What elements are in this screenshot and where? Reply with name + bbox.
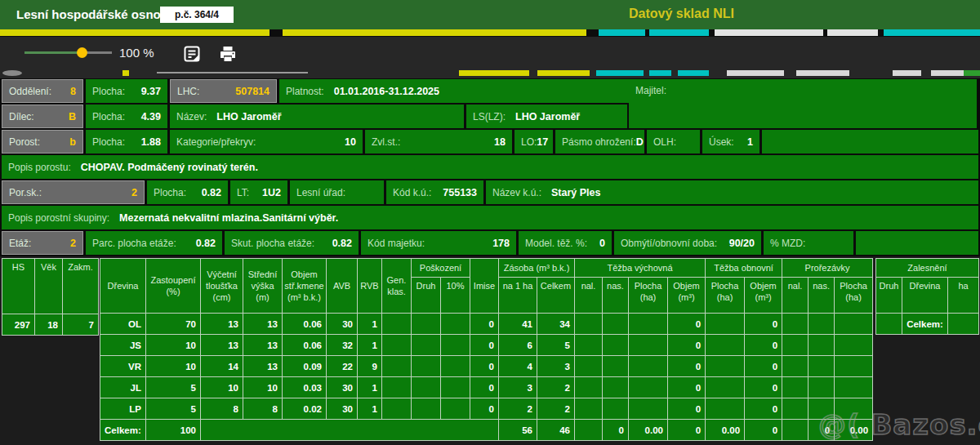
field-etaz: Etáž:2 xyxy=(2,231,83,255)
table-cell: 46 xyxy=(537,420,575,441)
strip-segment xyxy=(827,29,878,36)
table-cell xyxy=(876,314,902,335)
field-obmyti: Obmýtí/obnovní doba:90/20 xyxy=(614,231,761,255)
table-total-row: Celkem:100564600.0000.00000.00 xyxy=(100,420,873,441)
stand-details-form: Oddělení:8Plocha:9.37LHC:507814Platnost:… xyxy=(0,78,980,256)
table-cell: 0.06 xyxy=(283,314,327,335)
field-plocha-porsk: Plocha:0.82 xyxy=(147,180,228,204)
table-cell xyxy=(808,314,835,335)
field-value: 2 xyxy=(70,238,76,249)
field-value: b xyxy=(69,136,76,148)
field-label: Pásmo ohrožení: xyxy=(562,136,636,148)
strip-segment xyxy=(678,70,709,76)
field-label: Plocha: xyxy=(154,187,186,198)
table-cell xyxy=(808,335,835,356)
field-value: CHOPAV. Podmáčený rovinatý terén. xyxy=(81,162,258,173)
table-header-row: DřevinaZastoupení (%)Výčetní tloušťka (c… xyxy=(100,259,873,278)
table-cell xyxy=(603,377,629,398)
field-oddeleni: Oddělení:8 xyxy=(2,79,83,103)
notes-button[interactable] xyxy=(180,43,204,66)
field-value: 0.82 xyxy=(332,238,352,249)
summary-table: HSVěkZakm.297187 xyxy=(2,258,99,336)
strip-segment xyxy=(649,29,709,36)
parcel-number-badge: p.č. 364/4 xyxy=(160,7,234,23)
column-subheader: Celkem xyxy=(537,278,575,314)
field-plocha-oddeleni: Plocha:9.37 xyxy=(86,79,167,103)
group-header: Zalesnění xyxy=(876,259,979,278)
print-button[interactable] xyxy=(216,43,240,66)
strip-segment xyxy=(796,70,849,76)
strip-segment xyxy=(122,70,129,76)
field-value: 10 xyxy=(345,136,356,148)
column-subheader: nal. xyxy=(782,278,808,314)
field-label: Parc. plocha etáže: xyxy=(92,238,176,249)
field-label: Dílec: xyxy=(9,111,34,122)
field-value: 1.88 xyxy=(141,136,161,148)
toolbar: 100 % xyxy=(0,37,980,78)
table-cell xyxy=(808,356,835,377)
field-value: B xyxy=(69,111,76,122)
table-cell xyxy=(575,398,603,420)
field-value: 2 xyxy=(131,187,137,198)
table-cell: 2 xyxy=(499,398,537,420)
field-lt: LT:1U2 xyxy=(230,180,287,204)
field-label: Plocha: xyxy=(92,111,125,122)
field-value: 178 xyxy=(492,238,510,249)
slider-thumb[interactable] xyxy=(77,47,87,58)
table-cell: 3 xyxy=(537,356,575,377)
table-cell: 10 xyxy=(146,356,201,377)
table-cell xyxy=(603,335,629,356)
table-cell: 0 xyxy=(470,398,499,420)
table-cell: 0 xyxy=(745,356,782,377)
table-cell: JS xyxy=(100,335,146,356)
column-header: Objem stř.kmene (m³ b.k.) xyxy=(283,259,327,314)
table-cell: 30 xyxy=(327,377,358,398)
table-cell: 18 xyxy=(35,314,63,336)
column-header: Druh xyxy=(876,278,902,314)
table-cell: 6 xyxy=(499,335,537,356)
field-label: LO: xyxy=(521,136,537,148)
watermark: @( Bazos.cz xyxy=(818,408,980,441)
table-cell: 0 xyxy=(470,314,499,335)
table-cell: 0.09 xyxy=(283,356,327,377)
table-cell: 0 xyxy=(470,356,499,377)
table-cell xyxy=(603,356,629,377)
field-filler-r7 xyxy=(856,231,978,255)
table-cell: 5 xyxy=(146,398,201,420)
column-subheader: na 1 ha xyxy=(499,278,537,314)
table-cell: 41 xyxy=(499,314,537,335)
table-row: VR1014130.0922904300 xyxy=(100,356,873,377)
field-kategorie-prekryv: Kategorie/překryv:10 xyxy=(170,130,363,154)
field-lslz: LS(LZ):LHO Jaroměř xyxy=(466,105,627,128)
table-cell: 70 xyxy=(146,314,201,335)
table-cell: 8 xyxy=(243,398,283,420)
field-nazev: Název:LHO Jaroměř xyxy=(170,105,464,128)
field-value: 1U2 xyxy=(262,187,281,198)
field-value: D xyxy=(636,136,644,148)
table-cell: 0 xyxy=(745,420,782,441)
tab-strip-top xyxy=(0,29,980,37)
column-header: Dřevina xyxy=(100,259,146,314)
table-cell xyxy=(782,356,808,377)
slider-track-filled[interactable] xyxy=(24,51,82,54)
field-value: 4.39 xyxy=(141,111,161,122)
table-cell xyxy=(441,356,470,377)
table-cell: 0 xyxy=(668,398,706,420)
column-subheader: Objem (m³) xyxy=(745,278,782,314)
table-cell: VR xyxy=(100,356,146,377)
table-cell: 5 xyxy=(537,335,575,356)
table-cell xyxy=(382,356,412,377)
table-cell: 13 xyxy=(243,314,283,335)
column-header: Těžba obnovní xyxy=(706,259,782,278)
field-popis-porostu: Popis porostu:CHOPAV. Podmáčený rovinatý… xyxy=(2,155,978,179)
table-cell: 100 xyxy=(146,420,201,441)
table-cell xyxy=(629,356,668,377)
table-cell: 1 xyxy=(358,335,382,356)
field-label: Kód k.ú.: xyxy=(393,187,431,198)
field-popis-skupiny: Popis porostní skupiny:Mezernatá nekvali… xyxy=(2,206,978,229)
column-header: Výčetní tloušťka (cm) xyxy=(201,259,243,314)
app-header: Lesní hospodářské osnovy p.č. 364/4 Dato… xyxy=(0,0,980,29)
strip-segment xyxy=(2,70,22,76)
column-header: Střední výška (m) xyxy=(243,259,283,314)
table-cell xyxy=(603,398,629,420)
